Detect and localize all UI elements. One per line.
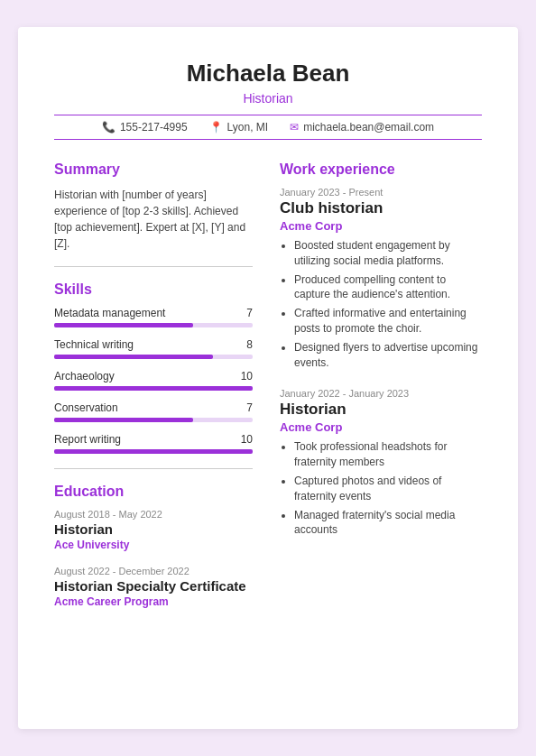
candidate-name: Michaela Bean: [54, 60, 482, 88]
work-date: January 2022 - January 2023: [280, 388, 482, 399]
education-section: Education August 2018 - May 2022 Histori…: [54, 484, 253, 608]
work-bullet: Crafted informative and entertaining pos…: [294, 306, 482, 337]
phone-contact: 📞 155-217-4995: [102, 121, 188, 134]
email-contact: ✉ michaela.bean@email.com: [290, 121, 434, 134]
location-text: Lyon, MI: [227, 121, 269, 134]
work-bullet: Boosted student engagement by utilizing …: [294, 238, 482, 269]
location-contact: 📍 Lyon, MI: [209, 121, 269, 134]
work-company: Acme Corp: [280, 219, 482, 233]
work-company: Acme Corp: [280, 420, 482, 434]
contact-bar: 📞 155-217-4995 📍 Lyon, MI ✉ michaela.bea…: [54, 115, 482, 140]
body-columns: Summary Historian with [number of years]…: [54, 161, 482, 622]
edu-date: August 2022 - December 2022: [54, 566, 253, 576]
education-item: August 2018 - May 2022 Historian Ace Uni…: [54, 509, 253, 551]
skill-bar-fill: [54, 323, 193, 327]
skill-bar-fill: [54, 386, 253, 391]
summary-title: Summary: [54, 161, 253, 178]
skill-bar-fill: [54, 449, 253, 454]
phone-icon: 📞: [102, 121, 116, 134]
candidate-title: Historian: [54, 91, 482, 106]
work-role: Historian: [280, 401, 482, 419]
skill-item: Report writing 10: [54, 433, 253, 454]
work-experience-title: Work experience: [280, 161, 482, 178]
work-date: January 2023 - Present: [280, 187, 482, 198]
skill-item: Technical writing 8: [54, 338, 253, 359]
skill-score: 10: [241, 370, 253, 383]
skill-name: Metadata management: [54, 307, 165, 319]
skill-item: Archaeology 10: [54, 370, 253, 391]
resume-card: Michaela Bean Historian 📞 155-217-4995 📍…: [18, 27, 518, 729]
work-experience-list: January 2023 - Present Club historian Ac…: [280, 187, 482, 538]
work-bullets: Boosted student engagement by utilizing …: [280, 238, 482, 370]
work-item: January 2022 - January 2023 Historian Ac…: [280, 388, 482, 538]
skill-name: Technical writing: [54, 338, 134, 351]
work-role: Club historian: [280, 199, 482, 217]
education-list: August 2018 - May 2022 Historian Ace Uni…: [54, 509, 253, 608]
email-icon: ✉: [290, 121, 299, 134]
edu-date: August 2018 - May 2022: [54, 509, 253, 520]
skills-title: Skills: [54, 281, 253, 298]
skills-list: Metadata management 7 Technical writing …: [54, 307, 253, 454]
skill-score: 8: [246, 338, 253, 351]
skill-bar-bg: [54, 323, 253, 327]
skill-bar-bg: [54, 418, 253, 422]
skill-score: 7: [246, 307, 253, 319]
edu-degree: Historian Specialty Certificate: [54, 578, 253, 594]
skill-name: Archaeology: [54, 370, 115, 383]
skill-item: Metadata management 7: [54, 307, 253, 327]
skill-bar-fill: [54, 355, 213, 359]
skills-divider: [54, 468, 253, 469]
work-bullet: Took professional headshots for fraterni…: [294, 439, 482, 470]
edu-school: Acme Career Program: [54, 595, 253, 608]
skill-name: Report writing: [54, 433, 121, 446]
work-item: January 2023 - Present Club historian Ac…: [280, 187, 482, 370]
skill-score: 10: [241, 433, 253, 446]
work-bullet: Managed fraternity's social media accoun…: [294, 508, 482, 539]
education-title: Education: [54, 484, 253, 500]
skill-bar-bg: [54, 449, 253, 454]
right-column: Work experience January 2023 - Present C…: [280, 161, 482, 622]
summary-divider: [54, 266, 253, 267]
left-column: Summary Historian with [number of years]…: [54, 161, 253, 622]
email-address: michaela.bean@email.com: [303, 121, 434, 134]
skill-bar-bg: [54, 386, 253, 391]
summary-section: Summary Historian with [number of years]…: [54, 161, 253, 267]
skill-item: Conservation 7: [54, 401, 253, 422]
edu-degree: Historian: [54, 521, 253, 537]
work-bullet: Produced compelling content to capture t…: [294, 272, 482, 303]
header: Michaela Bean Historian 📞 155-217-4995 📍…: [54, 60, 482, 140]
work-bullet: Designed flyers to advertise upcoming ev…: [294, 340, 482, 371]
summary-text: Historian with [number of years] experie…: [54, 187, 253, 252]
edu-school: Ace University: [54, 539, 253, 551]
skill-bar-bg: [54, 355, 253, 359]
skill-score: 7: [246, 401, 253, 414]
skill-bar-fill: [54, 418, 193, 422]
skill-name: Conservation: [54, 401, 118, 414]
work-bullets: Took professional headshots for fraterni…: [280, 439, 482, 538]
location-icon: 📍: [209, 121, 223, 134]
skills-section: Skills Metadata management 7 Technical w…: [54, 281, 253, 469]
work-bullet: Captured photos and videos of fraternity…: [294, 474, 482, 504]
phone-number: 155-217-4995: [120, 121, 188, 134]
education-item: August 2022 - December 2022 Historian Sp…: [54, 566, 253, 608]
